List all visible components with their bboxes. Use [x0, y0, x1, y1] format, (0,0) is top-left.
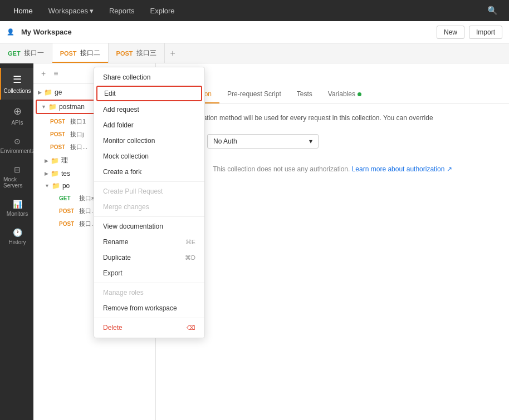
- tab-name-1: 接口一: [24, 48, 44, 58]
- context-export[interactable]: Export: [94, 265, 204, 281]
- context-add-folder[interactable]: Add folder: [94, 117, 204, 133]
- context-export-label: Export: [103, 269, 123, 277]
- learn-more-link[interactable]: Learn more about authorization ↗: [352, 165, 452, 173]
- sidebar-icons: ☰ Collections ⊕ APIs ⊙ Environments ⊟ Mo…: [0, 63, 33, 420]
- method-post-label: POST: [50, 118, 67, 125]
- sidebar-monitors-label: Monitors: [7, 211, 28, 217]
- collection-title: postman: [165, 70, 500, 80]
- nav-workspaces-label: Workspaces: [48, 7, 88, 15]
- content-body: This authorization method will be used f…: [156, 104, 509, 420]
- variables-dot-icon: [358, 92, 361, 96]
- auth-type-select[interactable]: No Auth ▾: [207, 134, 319, 149]
- caret-right-li: ▶: [45, 158, 48, 164]
- tab-tests[interactable]: Tests: [289, 86, 320, 103]
- context-menu: Share collection Edit Add request Add fo…: [94, 67, 205, 338]
- sidebar-history-label: History: [8, 239, 26, 245]
- search-icon[interactable]: 🔍: [483, 3, 502, 18]
- context-share-collection[interactable]: Share collection: [94, 70, 204, 85]
- tab-post-interface2[interactable]: POST 接口二: [52, 43, 109, 63]
- main-layout: ☰ Collections ⊕ APIs ⊙ Environments ⊟ Mo…: [0, 63, 509, 420]
- new-button[interactable]: New: [437, 26, 464, 39]
- nav-explore[interactable]: Explore: [144, 3, 182, 18]
- context-mock-label: Mock collection: [103, 152, 149, 160]
- nav-home[interactable]: Home: [7, 3, 40, 18]
- caret-right-tes: ▶: [45, 171, 48, 176]
- workspace-user-icon: 👤: [7, 28, 14, 36]
- context-view-docs[interactable]: View documentation: [94, 219, 204, 234]
- context-create-pull-request: Create Pull Request: [94, 184, 204, 199]
- postman-folder-icon: 📁: [48, 103, 57, 111]
- request-name-j: 接口j: [70, 130, 84, 139]
- auth-description: This authorization method will be used f…: [165, 113, 500, 123]
- top-navigation: Home Workspaces ▾ Reports Explore 🔍: [0, 0, 509, 21]
- tab-get-interface1[interactable]: GET 接口一: [0, 43, 52, 63]
- nav-workspaces[interactable]: Workspaces ▾: [42, 3, 100, 18]
- no-auth-note: This collection does not use any authori…: [165, 165, 500, 173]
- caret-right-icon: ▶: [38, 90, 42, 95]
- sidebar-environments-label: Environments: [0, 148, 34, 154]
- nav-reports[interactable]: Reports: [102, 3, 141, 18]
- context-rename[interactable]: Rename ⌘E: [94, 234, 204, 250]
- import-button[interactable]: Import: [469, 26, 502, 39]
- rename-shortcut: ⌘E: [185, 239, 195, 246]
- sort-icon[interactable]: ≡: [51, 68, 60, 79]
- collections-icon: ☰: [13, 73, 22, 86]
- request-tabs-bar: GET 接口一 POST 接口二 POST 接口三 +: [0, 43, 509, 63]
- context-remove-workspace[interactable]: Remove from workspace: [94, 300, 204, 316]
- context-divider-3: [94, 283, 204, 283]
- context-duplicate[interactable]: Duplicate ⌘D: [94, 250, 204, 265]
- tab-post-interface3[interactable]: POST 接口三: [109, 43, 165, 63]
- workspaces-chevron-icon: ▾: [90, 7, 94, 15]
- context-divider-1: [94, 181, 204, 182]
- context-edit[interactable]: Edit: [96, 86, 202, 101]
- sidebar-item-mock-servers[interactable]: ⊟ Mock Servers: [0, 160, 33, 194]
- context-add-request-label: Add request: [103, 106, 139, 113]
- subfolder-po-name: po: [62, 182, 70, 190]
- auth-type-row: Type No Auth ▾: [165, 134, 500, 149]
- sidebar-item-monitors[interactable]: 📊 Monitors: [0, 194, 33, 223]
- collection-postman-name: postman: [59, 103, 85, 111]
- request-name-e: 接口...: [70, 143, 87, 151]
- tab-pre-request-script[interactable]: Pre-request Script: [219, 86, 289, 103]
- po-folder-icon: 📁: [52, 182, 60, 190]
- tab-method-post-2: POST: [60, 50, 77, 57]
- content-tabs: Authorization Pre-request Script Tests V…: [165, 86, 500, 103]
- history-icon: 🕐: [13, 228, 22, 237]
- sidebar-item-collections[interactable]: ☰ Collections: [0, 68, 33, 100]
- tab-method-get: GET: [8, 50, 21, 57]
- add-collection-button[interactable]: +: [39, 68, 48, 79]
- subfolder-li-name: 理: [61, 156, 68, 165]
- workspace-title: My Workspace: [21, 28, 72, 36]
- context-merge-changes: Merge changes: [94, 199, 204, 215]
- caret-down-po: ▼: [45, 183, 50, 189]
- duplicate-shortcut: ⌘D: [185, 254, 195, 261]
- sidebar-item-history[interactable]: 🕐 History: [0, 223, 33, 251]
- request-name-s: 接口s: [79, 194, 95, 202]
- method-post-label-j: POST: [50, 131, 67, 137]
- content-header: postman Authorization Pre-request Script…: [156, 63, 509, 104]
- context-mock-collection[interactable]: Mock collection: [94, 149, 204, 164]
- request-name-1: 接口1: [70, 117, 86, 126]
- context-menu-overlay: Share collection Edit Add request Add fo…: [94, 67, 205, 338]
- sidebar-mock-servers-label: Mock Servers: [3, 176, 31, 189]
- context-monitor-collection[interactable]: Monitor collection: [94, 133, 204, 149]
- context-share-label: Share collection: [103, 73, 150, 81]
- context-fork-label: Create a fork: [103, 168, 141, 176]
- context-delete[interactable]: Delete ⌫: [94, 320, 204, 335]
- tab-variables[interactable]: Variables: [320, 86, 369, 103]
- tab-method-post-3: POST: [116, 50, 133, 57]
- context-divider-2: [94, 216, 204, 217]
- subfolder-tes-name: tes: [61, 170, 70, 177]
- sidebar-item-environments[interactable]: ⊙ Environments: [0, 131, 33, 160]
- no-auth-text: This collection does not use any authori…: [213, 165, 350, 173]
- context-merge-label: Merge changes: [103, 203, 149, 211]
- context-add-request[interactable]: Add request: [94, 102, 204, 117]
- context-create-fork[interactable]: Create a fork: [94, 164, 204, 180]
- context-manage-roles: Manage roles: [94, 285, 204, 300]
- method-post-po-1: POST: [59, 208, 76, 214]
- tab-name-3: 接口三: [136, 48, 156, 58]
- add-tab-button[interactable]: +: [165, 43, 181, 63]
- type-select-chevron: ▾: [309, 137, 312, 145]
- delete-shortcut: ⌫: [187, 324, 195, 332]
- sidebar-item-apis[interactable]: ⊕ APIs: [0, 100, 33, 131]
